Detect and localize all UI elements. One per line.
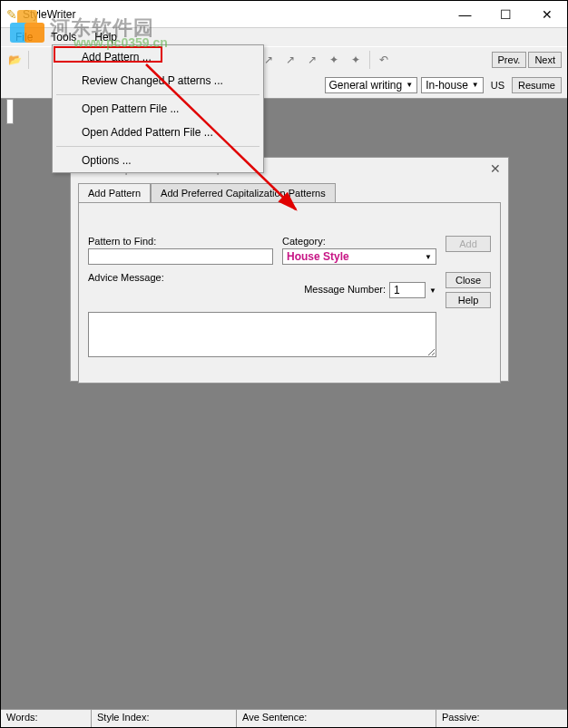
menubar: File Tools Help xyxy=(1,28,567,46)
category-label: Category: xyxy=(282,236,436,247)
writing-style-combo[interactable]: General writing ▼ xyxy=(325,77,418,93)
category-select[interactable]: House Style ▼ xyxy=(282,248,436,265)
separator xyxy=(56,94,260,95)
tools-dropdown: Add Pattern ... Review Changed P atterns… xyxy=(52,44,264,173)
tabstrip: Add Pattern Add Preferred Capitalization… xyxy=(78,183,504,202)
maximize-button[interactable]: ☐ xyxy=(485,1,526,27)
pattern-input[interactable] xyxy=(88,248,273,265)
star-icon[interactable]: ✦ xyxy=(346,50,366,70)
menu-open-added[interactable]: Open Added Pattern File ... xyxy=(53,121,263,144)
menu-tools[interactable]: Tools xyxy=(44,29,83,45)
status-ave-sentence: Ave Sentence: xyxy=(237,710,436,727)
menu-options[interactable]: Options ... xyxy=(53,149,263,172)
menu-open-pattern[interactable]: Open Pattern File ... xyxy=(53,97,263,121)
audience-combo[interactable]: In-house ▼ xyxy=(421,77,484,93)
tab-add-pattern[interactable]: Add Pattern xyxy=(78,183,151,202)
minimize-button[interactable]: — xyxy=(445,1,485,27)
dialog-close-button[interactable]: ✕ xyxy=(490,161,501,176)
pattern-label: Pattern to Find: xyxy=(88,236,273,247)
advice-label: Advice Message: xyxy=(88,272,273,283)
msgnum-input[interactable] xyxy=(389,282,426,298)
separator xyxy=(28,51,29,69)
star-icon[interactable]: ✦ xyxy=(324,50,344,70)
menu-help[interactable]: Help xyxy=(87,29,124,45)
chevron-down-icon: ▼ xyxy=(429,286,436,295)
open-icon[interactable]: 📂 xyxy=(5,50,24,70)
titlebar: ✎ StyleWriter — ☐ ✕ xyxy=(1,1,567,28)
undo-icon[interactable]: ↶ xyxy=(374,50,394,70)
close-button[interactable]: Close xyxy=(446,272,491,288)
dialog-body: Pattern to Find: Category: House Style ▼… xyxy=(78,202,501,383)
add-pattern-dialog: ☑ Add a pattern to "SW4.adp" ✕ Add Patte… xyxy=(70,157,509,382)
window-title: StyleWriter xyxy=(23,8,75,21)
app-icon: ✎ xyxy=(6,7,17,22)
separator xyxy=(56,146,260,147)
region-label: US xyxy=(487,80,508,91)
arrow-icon[interactable]: ↗ xyxy=(280,50,300,70)
help-button[interactable]: Help xyxy=(446,292,491,308)
separator xyxy=(369,51,370,69)
tab-preferred-cap[interactable]: Add Preferred Capitalization Patterns xyxy=(151,183,336,202)
advice-textarea[interactable] xyxy=(88,312,436,357)
status-style-index: Style Index: xyxy=(92,710,237,727)
next-button[interactable]: Next xyxy=(528,52,562,68)
document-edge xyxy=(6,99,14,124)
status-words: Words: xyxy=(1,710,92,727)
add-button[interactable]: Add xyxy=(446,236,491,252)
menu-review-changed[interactable]: Review Changed P atterns ... xyxy=(53,69,263,92)
combo-value: In-house xyxy=(426,79,468,92)
resume-button[interactable]: Resume xyxy=(512,77,562,93)
chevron-down-icon: ▼ xyxy=(472,81,479,89)
combo-value: General writing xyxy=(329,79,403,92)
category-value: House Style xyxy=(287,250,349,263)
statusbar: Words: Style Index: Ave Sentence: Passiv… xyxy=(1,709,567,727)
menu-add-pattern[interactable]: Add Pattern ... xyxy=(53,45,263,69)
menu-file[interactable]: File xyxy=(8,29,40,45)
arrow-icon[interactable]: ↗ xyxy=(302,50,322,70)
chevron-down-icon: ▼ xyxy=(425,253,432,261)
status-passive: Passive: xyxy=(436,710,567,727)
msgnum-label: Message Number: xyxy=(304,284,386,295)
prev-button[interactable]: Prev. xyxy=(492,52,527,68)
chevron-down-icon: ▼ xyxy=(406,81,413,89)
close-button[interactable]: ✕ xyxy=(526,1,567,27)
